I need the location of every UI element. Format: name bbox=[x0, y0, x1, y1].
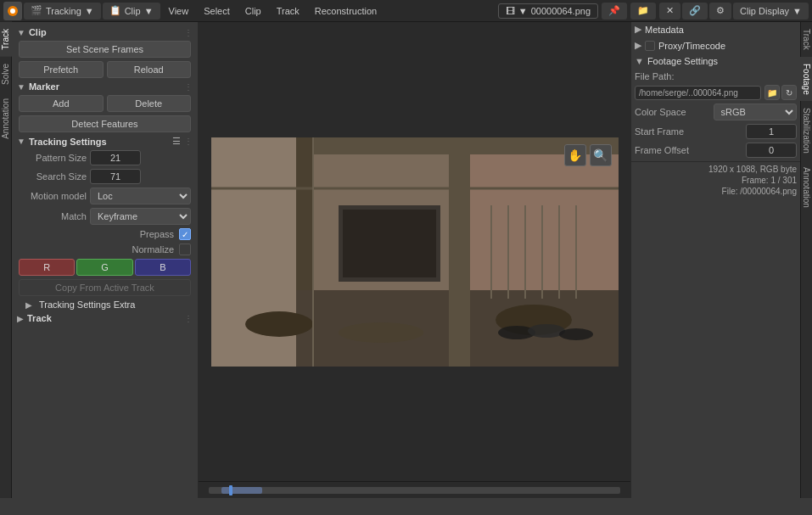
svg-point-13 bbox=[245, 311, 313, 337]
clip-display-arrow: ▼ bbox=[792, 6, 802, 16]
tracking-settings-dots: ⋮ bbox=[184, 137, 193, 146]
motion-model-row: Motion model Loc bbox=[12, 186, 198, 206]
file-path-row: File Path: bbox=[631, 70, 800, 83]
normalize-checkbox[interactable] bbox=[179, 244, 191, 255]
delete-btn[interactable]: Delete bbox=[107, 95, 192, 112]
frame-offset-input[interactable] bbox=[746, 143, 797, 158]
folder-btn[interactable]: 📁 bbox=[630, 3, 656, 20]
tracking-settings-header[interactable]: ▼ Tracking Settings ☰ ⋮ bbox=[12, 134, 198, 148]
divider-1 bbox=[631, 161, 800, 162]
svg-point-1 bbox=[10, 8, 15, 14]
file-path-icons: 📁 ↻ bbox=[764, 85, 797, 100]
search-size-input[interactable] bbox=[90, 169, 141, 184]
blender-logo[interactable] bbox=[3, 2, 22, 20]
set-scene-frames-btn[interactable]: Set Scene Frames bbox=[19, 41, 191, 58]
zoom-tool-btn[interactable]: 🔍 bbox=[590, 144, 612, 166]
set-scene-frames-row: Set Scene Frames bbox=[12, 39, 198, 59]
prefetch-btn[interactable]: Prefetch bbox=[19, 61, 104, 78]
footage-settings-label: Footage Settings bbox=[647, 56, 718, 66]
clip-display-btn[interactable]: Clip Display ▼ bbox=[733, 3, 809, 20]
close-btn[interactable]: ✕ bbox=[659, 3, 680, 20]
pan-tool-btn[interactable]: ✋ bbox=[564, 144, 586, 166]
r-channel-btn[interactable]: R bbox=[19, 259, 75, 276]
construction-svg bbox=[211, 137, 619, 367]
pin-btn[interactable]: 📌 bbox=[602, 3, 627, 20]
left-tab-track[interactable]: Track bbox=[0, 22, 12, 57]
match-row: Match Keyframe bbox=[12, 206, 198, 227]
track-section-header[interactable]: ▶ Track ⋮ bbox=[12, 311, 198, 325]
filename-text: 00000064.png bbox=[531, 6, 591, 16]
marker-section-title: Marker bbox=[29, 81, 184, 92]
left-tabs: Track Solve Annotation bbox=[0, 22, 12, 498]
copy-from-active-track-btn: Copy From Active Track bbox=[19, 279, 191, 296]
motion-model-select[interactable]: Loc bbox=[90, 188, 191, 204]
tracking-menu-btn[interactable]: 🎬 Tracking ▼ bbox=[24, 3, 101, 20]
tracking-settings-title: Tracking Settings bbox=[29, 137, 172, 147]
select-menu-item[interactable]: Select bbox=[197, 0, 237, 22]
center-content: ✋ 🔍 bbox=[199, 22, 630, 498]
track-section-dots: ⋮ bbox=[184, 314, 193, 323]
right-tab-footage[interactable]: Footage bbox=[800, 57, 812, 102]
settings-btn[interactable]: ⚙ bbox=[709, 3, 731, 20]
proxy-timecode-header[interactable]: ▶ Proxy/Timecode bbox=[631, 38, 800, 53]
tracking-settings-extra-header[interactable]: ▶ Tracking Settings Extra bbox=[12, 298, 198, 311]
prepass-checkbox[interactable]: ✓ bbox=[179, 228, 191, 240]
viewport-area[interactable]: ✋ 🔍 bbox=[199, 22, 630, 481]
frame-info: Frame: 1 / 301 bbox=[631, 175, 800, 186]
clip-section-header[interactable]: ▼ Clip ⋮ bbox=[12, 25, 198, 39]
right-tabs: Track Footage Stabilization Annotation bbox=[800, 22, 812, 498]
file-path-input-row: /home/serge/..000064.png 📁 ↻ bbox=[631, 83, 800, 102]
reload-file-btn[interactable]: ↻ bbox=[781, 85, 797, 100]
left-tab-annotation[interactable]: Annotation bbox=[0, 92, 12, 146]
file-path-value[interactable]: /home/serge/..000064.png bbox=[635, 86, 761, 100]
metadata-label: Metadata bbox=[645, 25, 684, 35]
tracking-settings-list-icon[interactable]: ☰ bbox=[172, 136, 181, 147]
right-tab-track[interactable]: Track bbox=[800, 22, 812, 57]
left-tab-solve[interactable]: Solve bbox=[0, 57, 12, 92]
track-menu-item[interactable]: Track bbox=[270, 0, 306, 22]
prepass-row: Prepass ✓ bbox=[12, 227, 198, 242]
g-channel-btn[interactable]: G bbox=[76, 259, 132, 276]
right-tab-stabilization[interactable]: Stabilization bbox=[800, 101, 812, 160]
clip-menu-btn[interactable]: 📋 Clip ▼ bbox=[103, 3, 160, 20]
clip-section-dots: ⋮ bbox=[184, 28, 193, 37]
link-btn[interactable]: 🔗 bbox=[682, 3, 708, 20]
menu-bar-center: 🎞 ▼ 00000064.png 📌 📁 ✕ bbox=[498, 3, 680, 20]
marker-section-dots: ⋮ bbox=[184, 82, 193, 92]
construction-background bbox=[211, 137, 619, 367]
menu-bar-left: 🎬 Tracking ▼ 📋 Clip ▼ View Select Clip T… bbox=[3, 0, 496, 22]
metadata-header[interactable]: ▶ Metadata bbox=[631, 22, 800, 36]
match-label: Match bbox=[19, 211, 87, 221]
filename-display: 🎞 ▼ 00000064.png bbox=[498, 3, 598, 19]
color-space-select[interactable]: sRGB bbox=[714, 104, 798, 120]
timeline-track[interactable] bbox=[209, 487, 620, 494]
proxy-checkbox[interactable] bbox=[645, 41, 655, 51]
pattern-size-input[interactable] bbox=[90, 150, 141, 165]
marker-section-header[interactable]: ▼ Marker ⋮ bbox=[12, 80, 198, 93]
proxy-timecode-label: Proxy/Timecode bbox=[658, 41, 725, 51]
match-select[interactable]: Keyframe bbox=[90, 208, 191, 225]
track-section-title: Track bbox=[27, 313, 184, 323]
footage-settings-header[interactable]: ▼ Footage Settings bbox=[631, 54, 800, 68]
tracking-settings-triangle: ▼ bbox=[17, 137, 25, 146]
normalize-label: Normalize bbox=[132, 244, 174, 255]
b-channel-btn[interactable]: B bbox=[135, 259, 191, 276]
search-size-label: Search Size bbox=[19, 171, 87, 182]
reconstruction-menu-item[interactable]: Reconstruction bbox=[308, 0, 384, 22]
browse-file-btn[interactable]: 📁 bbox=[764, 85, 780, 100]
view-menu-item[interactable]: View bbox=[162, 0, 196, 22]
clip-menu-item[interactable]: Clip bbox=[238, 0, 268, 22]
timeline-bar[interactable] bbox=[199, 481, 630, 498]
viewport-tools: ✋ 🔍 bbox=[564, 144, 612, 166]
tracking-extra-triangle: ▶ bbox=[25, 300, 32, 310]
start-frame-input[interactable] bbox=[746, 124, 797, 139]
reload-btn[interactable]: Reload bbox=[107, 61, 192, 78]
movie-clip-icon: 🎬 bbox=[31, 5, 42, 16]
detect-features-btn[interactable]: Detect Features bbox=[19, 115, 191, 132]
svg-rect-9 bbox=[470, 154, 619, 290]
right-tab-annotation[interactable]: Annotation bbox=[800, 160, 812, 215]
rgb-row: R G B bbox=[12, 257, 198, 277]
prepass-label: Prepass bbox=[140, 229, 174, 239]
add-btn[interactable]: Add bbox=[19, 95, 104, 112]
footage-triangle: ▼ bbox=[635, 56, 644, 66]
